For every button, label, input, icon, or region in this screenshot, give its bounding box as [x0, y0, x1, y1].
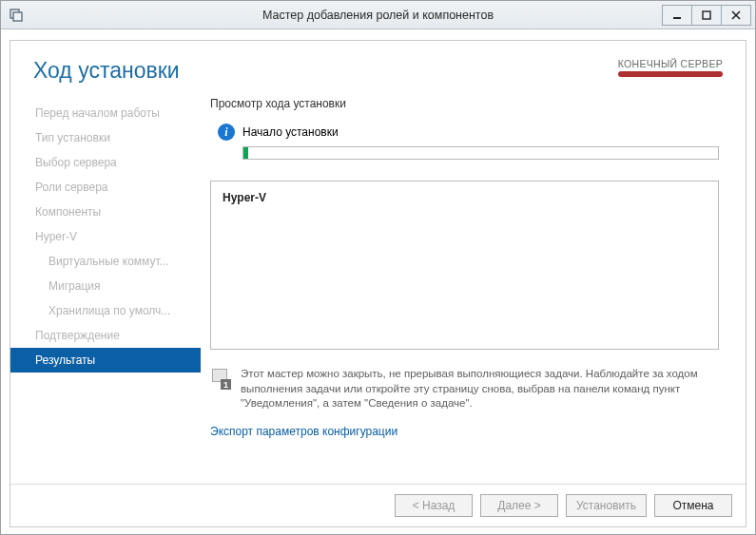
close-button[interactable]: [721, 5, 751, 26]
window-title: Мастер добавления ролей и компонентов: [1, 9, 755, 22]
sidebar-step[interactable]: Результаты: [10, 348, 201, 373]
destination-label: КОНЕЧНЫЙ СЕРВЕР: [618, 58, 723, 69]
sidebar-step[interactable]: Виртуальные коммут...: [10, 249, 201, 274]
section-label: Просмотр хода установки: [210, 97, 719, 110]
status-text: Начало установки: [242, 125, 339, 139]
app-icon: [9, 8, 24, 23]
install-role-name: Hyper-V: [223, 191, 707, 204]
wizard-panel: Ход установки КОНЕЧНЫЙ СЕРВЕР Перед нача…: [10, 40, 746, 527]
sidebar-step[interactable]: Роли сервера: [10, 175, 201, 200]
next-button[interactable]: Далее >: [480, 494, 558, 517]
titlebar: Мастер добавления ролей и компонентов: [1, 1, 755, 29]
wizard-header: Ход установки КОНЕЧНЫЙ СЕРВЕР: [10, 41, 746, 91]
page-title: Ход установки: [33, 58, 180, 84]
sidebar-step[interactable]: Подтверждение: [10, 323, 201, 348]
cancel-button[interactable]: Отмена: [654, 494, 732, 517]
install-button[interactable]: Установить: [566, 494, 647, 517]
info-note: 1 Этот мастер можно закрыть, не прерывая…: [210, 367, 719, 411]
maximize-button[interactable]: [691, 5, 722, 26]
wizard-main: Просмотр хода установки i Начало установ…: [201, 91, 746, 484]
sidebar-step[interactable]: Выбор сервера: [10, 150, 201, 175]
wizard-body: Перед началом работыТип установкиВыбор с…: [10, 91, 746, 484]
info-note-text: Этот мастер можно закрыть, не прерывая в…: [241, 367, 719, 411]
install-details-box: Hyper-V: [210, 181, 719, 350]
wizard-steps-sidebar: Перед началом работыТип установкиВыбор с…: [10, 91, 201, 484]
window-controls: [663, 5, 751, 26]
sidebar-step[interactable]: Перед началом работы: [10, 101, 201, 125]
info-icon: i: [218, 124, 235, 141]
sidebar-step[interactable]: Hyper-V: [10, 224, 201, 249]
minimize-button[interactable]: [662, 5, 692, 26]
wizard-footer: < Назад Далее > Установить Отмена: [10, 484, 746, 526]
status-row: i Начало установки: [218, 124, 719, 141]
export-config-link[interactable]: Экспорт параметров конфигурации: [210, 425, 719, 438]
sidebar-step[interactable]: Миграция: [10, 274, 201, 298]
sidebar-step[interactable]: Хранилища по умолч...: [10, 298, 201, 323]
back-button[interactable]: < Назад: [395, 494, 473, 517]
sidebar-step[interactable]: Тип установки: [10, 125, 201, 150]
progress-bar: [242, 146, 719, 160]
destination-server: КОНЕЧНЫЙ СЕРВЕР: [618, 58, 723, 77]
destination-redacted: [618, 71, 723, 77]
svg-rect-3: [703, 11, 710, 19]
svg-rect-1: [13, 12, 22, 21]
flag-icon: 1: [210, 369, 231, 390]
sidebar-step[interactable]: Компоненты: [10, 200, 201, 224]
